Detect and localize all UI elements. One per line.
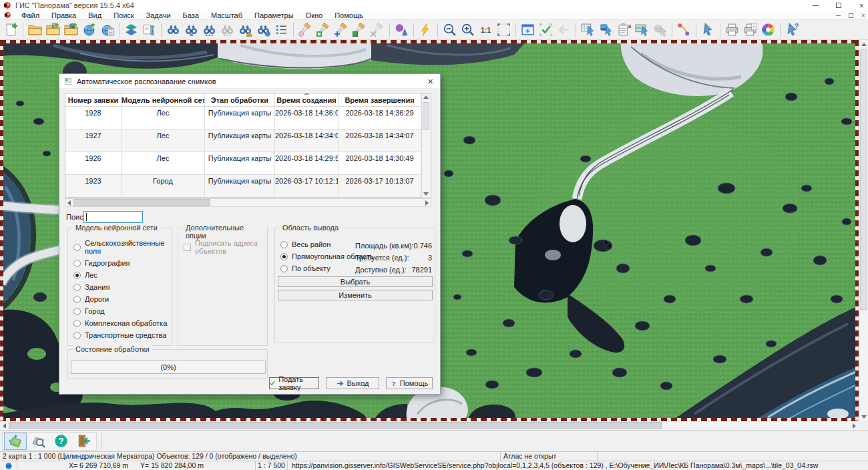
object-list-button[interactable] xyxy=(272,21,290,39)
map-hscroll-thumb[interactable] xyxy=(9,422,662,429)
dialog-title-bar[interactable]: Автоматическое распознавание снимков xyxy=(59,74,440,89)
mdi-close-button[interactable]: × xyxy=(861,12,865,19)
radio-complex-processing[interactable]: Комплексная обработка xyxy=(73,319,172,327)
col-created-time[interactable]: Время создания xyxy=(275,93,339,107)
fit-to-window-button[interactable] xyxy=(495,21,513,39)
help-button[interactable]: ? Помощь xyxy=(386,377,433,389)
search-by-name-button[interactable] xyxy=(182,21,200,39)
table-row[interactable]: 1926ЛесПубликация карты2026-03-18 14:29:… xyxy=(65,152,421,175)
scroll-right-icon[interactable] xyxy=(425,200,429,206)
close-button[interactable]: × xyxy=(859,1,864,10)
context-help-button[interactable] xyxy=(783,21,801,39)
semantics-button[interactable] xyxy=(615,21,633,39)
scroll-right-icon[interactable] xyxy=(853,423,856,429)
scroll-left-icon[interactable] xyxy=(3,423,6,429)
table-hscroll-thumb[interactable] xyxy=(73,199,210,206)
help-panel-button[interactable] xyxy=(49,433,72,450)
radio-roads[interactable]: Дороги xyxy=(73,295,172,303)
pointer-button[interactable] xyxy=(699,21,717,39)
search-input[interactable] xyxy=(83,211,143,223)
minimize-button[interactable] xyxy=(813,5,819,6)
col-neural-model[interactable]: Модель нейронной сети xyxy=(122,93,205,107)
scroll-up-icon[interactable] xyxy=(423,95,429,99)
menu-file[interactable]: Файл xyxy=(15,11,45,20)
table-vertical-scrollbar[interactable] xyxy=(421,93,431,198)
pan-window-button[interactable] xyxy=(519,21,537,39)
scroll-down-icon[interactable] xyxy=(861,415,867,419)
web-search-button[interactable] xyxy=(254,21,272,39)
scroll-down-icon[interactable] xyxy=(423,192,429,196)
radio-hydrography[interactable]: Гидрография xyxy=(73,259,172,267)
print-report-button[interactable] xyxy=(741,21,759,39)
radio-forest[interactable]: Лес xyxy=(73,271,172,279)
menu-parameters[interactable]: Параметры xyxy=(248,11,300,20)
mdi-minimize-button[interactable] xyxy=(836,15,841,16)
col-finished-time[interactable]: Время завершения xyxy=(339,93,421,107)
table-vscroll-thumb[interactable] xyxy=(423,102,429,130)
open-gis-server-map-button[interactable] xyxy=(98,21,116,39)
map-inspector-button[interactable] xyxy=(27,433,49,450)
select-by-frame-button[interactable] xyxy=(537,21,555,39)
object-database-button[interactable] xyxy=(597,21,615,39)
menu-view[interactable]: Вид xyxy=(82,11,107,20)
route-button[interactable] xyxy=(675,21,693,39)
menu-window[interactable]: Окно xyxy=(300,11,329,20)
scale-1-1-button[interactable] xyxy=(477,21,495,39)
open-map-from-database-button[interactable] xyxy=(62,21,80,39)
exit-button[interactable]: Выход xyxy=(326,377,379,389)
radio-agricultural-fields[interactable]: Сельскохозяйственные поля xyxy=(73,239,172,255)
scroll-left-icon[interactable] xyxy=(67,200,71,206)
run-task-button[interactable] xyxy=(417,21,435,39)
layer-list-button[interactable] xyxy=(122,21,140,39)
radio-vehicles[interactable]: Транспортные средства xyxy=(73,331,172,339)
view-3d-button[interactable] xyxy=(393,21,411,39)
palette-button[interactable] xyxy=(759,21,777,39)
maximize-button[interactable] xyxy=(836,3,841,8)
mdi-restore-button[interactable] xyxy=(849,13,853,18)
add-to-selection-button[interactable] xyxy=(333,21,351,39)
table-row[interactable]: 1928ЛесПубликация карты2026-03-18 14:36:… xyxy=(65,107,421,130)
dialog-close-button[interactable]: × xyxy=(427,75,433,87)
globe-status-icon[interactable] xyxy=(5,462,13,470)
select-by-contour-button[interactable] xyxy=(314,21,333,39)
exit-panel-button[interactable] xyxy=(72,433,95,450)
menu-edit[interactable]: Правка xyxy=(45,11,82,20)
menu-base[interactable]: База xyxy=(177,11,205,20)
map-navigator-button[interactable] xyxy=(4,433,27,450)
object-table-button[interactable] xyxy=(579,21,597,39)
menu-scale[interactable]: Масштаб xyxy=(205,11,248,20)
open-map-button[interactable] xyxy=(26,21,44,39)
open-internet-map-button[interactable] xyxy=(80,21,98,39)
zoom-in-button[interactable] xyxy=(459,21,477,39)
col-request-number[interactable]: Номер заявки xyxy=(65,93,122,107)
map-vscroll-thumb[interactable] xyxy=(860,49,867,310)
radio-buildings[interactable]: Здания xyxy=(73,283,172,291)
table-row[interactable]: 1923ГородПубликация карты2026-03-17 10:1… xyxy=(65,175,421,198)
menu-search[interactable]: Поиск xyxy=(107,11,140,20)
open-map-from-server-button[interactable] xyxy=(44,21,62,39)
print-button[interactable] xyxy=(723,21,741,39)
requests-table[interactable]: Номер заявки Модель нейронной сети Этап … xyxy=(65,93,431,198)
apply-selection-button[interactable] xyxy=(351,21,369,39)
zoom-out-button[interactable] xyxy=(441,21,459,39)
col-processing-stage[interactable]: Этап обработки xyxy=(205,93,275,107)
search-button[interactable] xyxy=(164,21,182,39)
table-horizontal-scrollbar[interactable] xyxy=(65,198,431,207)
search-by-address-button[interactable] xyxy=(236,21,254,39)
menu-tasks[interactable]: Задачи xyxy=(140,11,177,20)
table-row[interactable]: 1927ЛесПубликация карты2026-03-18 14:34:… xyxy=(65,130,421,152)
select-object-button[interactable] xyxy=(296,21,314,39)
scroll-up-icon[interactable] xyxy=(861,43,867,46)
change-area-button[interactable]: Изменить xyxy=(278,290,433,300)
map-vertical-scrollbar[interactable] xyxy=(859,40,868,421)
select-area-button[interactable]: Выбрать xyxy=(278,276,433,287)
submit-request-button[interactable]: Подать заявку xyxy=(269,377,319,389)
create-map-button[interactable] xyxy=(2,21,20,39)
map-composition-button[interactable] xyxy=(633,21,651,39)
map-horizontal-scrollbar[interactable] xyxy=(0,421,859,430)
map-legend-button[interactable] xyxy=(140,21,158,39)
extended-search-button[interactable] xyxy=(200,21,218,39)
menu-help[interactable]: Помощь xyxy=(329,11,369,20)
mdi-child-icon[interactable] xyxy=(4,11,11,19)
radio-city[interactable]: Город xyxy=(73,307,172,315)
